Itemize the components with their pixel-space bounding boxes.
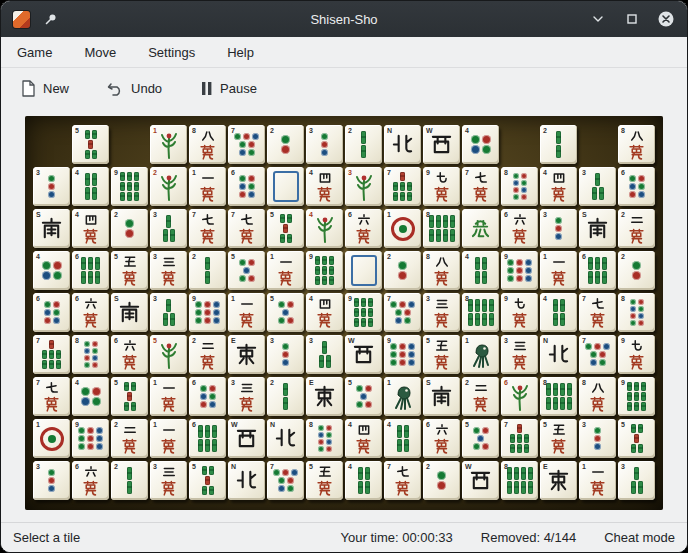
tile-wS-r2c0[interactable]: S xyxy=(33,209,70,248)
tile-m6-r7c10[interactable]: 6 xyxy=(423,419,460,458)
tile-b8-r4c11[interactable]: 8 xyxy=(462,293,499,332)
tile-f4-r2c7[interactable]: 4 xyxy=(306,209,343,248)
tile-c7-r8c6[interactable]: 7 xyxy=(267,461,304,500)
tile-b6-r3c14[interactable]: 6 xyxy=(579,251,616,290)
tile-c9-r3c12[interactable]: 9 xyxy=(501,251,538,290)
tile-c6-r1c5[interactable]: 6 xyxy=(228,167,265,206)
tile-m7-r1c11[interactable]: 7 xyxy=(462,167,499,206)
tile-m1-r3c13[interactable]: 1 xyxy=(540,251,577,290)
tile-b3-r2c3[interactable]: 3 xyxy=(150,209,187,248)
tile-m7-r2c4[interactable]: 7 xyxy=(189,209,226,248)
tile-b7-r7c12[interactable]: 7 xyxy=(501,419,538,458)
tile-m2-r7c2[interactable]: 2 xyxy=(111,419,148,458)
tile-m2-r2c15[interactable]: 2 xyxy=(618,209,655,248)
tile-c7-r0c5[interactable]: 7 xyxy=(228,125,265,164)
tile-c2-r8c10[interactable]: 2 xyxy=(423,461,460,500)
tile-c5-r7c11[interactable]: 5 xyxy=(462,419,499,458)
tile-b4-r1c1[interactable]: 4 xyxy=(72,167,109,206)
tile-m1-r3c6[interactable]: 1 xyxy=(267,251,304,290)
tile-m3-r6c5[interactable]: 3 xyxy=(228,377,265,416)
tile-wS-r2c14[interactable]: S xyxy=(579,209,616,248)
maximize-icon[interactable] xyxy=(623,10,641,28)
tile-m6-r5c2[interactable]: 6 xyxy=(111,335,148,374)
tile-b6-r3c1[interactable]: 6 xyxy=(72,251,109,290)
tile-m4-r7c8[interactable]: 4 xyxy=(345,419,382,458)
menu-item-help[interactable]: Help xyxy=(225,41,256,64)
tile-m5-r8c7[interactable]: 5 xyxy=(306,461,343,500)
tile-c1-r2c9[interactable]: 1 xyxy=(384,209,421,248)
tile-m6-r2c12[interactable]: 6 xyxy=(501,209,538,248)
tile-m6-r4c1[interactable]: 6 xyxy=(72,293,109,332)
tile-m3-r3c3[interactable]: 3 xyxy=(150,251,187,290)
undo-button[interactable]: Undo xyxy=(101,77,168,100)
tile-c3-r2c13[interactable]: 3 xyxy=(540,209,577,248)
tile-b4-r7c9[interactable]: 4 xyxy=(384,419,421,458)
tile-c5-r3c5[interactable]: 5 xyxy=(228,251,265,290)
tile-wN-r5c13[interactable]: N xyxy=(540,335,577,374)
tile-m1-r8c14[interactable]: 1 xyxy=(579,461,616,500)
tile-m7-r6c0[interactable]: 7 xyxy=(33,377,70,416)
tile-wE-r8c13[interactable]: E xyxy=(540,461,577,500)
tile-wE-r6c7[interactable]: E xyxy=(306,377,343,416)
tile-c4-r3c0[interactable]: 4 xyxy=(33,251,70,290)
tile-m7-r8c9[interactable]: 7 xyxy=(384,461,421,500)
tile-m3-r5c12[interactable]: 3 xyxy=(501,335,538,374)
tile-c6-r6c4[interactable]: 6 xyxy=(189,377,226,416)
menu-item-settings[interactable]: Settings xyxy=(146,41,197,64)
tile-b2-r3c4[interactable]: 2 xyxy=(189,251,226,290)
tile-b3-r5c7[interactable]: 3 xyxy=(306,335,343,374)
tile-m1-r6c3[interactable]: 1 xyxy=(150,377,187,416)
tile-b1-r6c9[interactable]: 1 xyxy=(384,377,421,416)
tile-m4-r1c13[interactable]: 4 xyxy=(540,167,577,206)
tile-c3-r8c0[interactable]: 3 xyxy=(33,461,70,500)
tile-f6-r6c12[interactable]: 6 xyxy=(501,377,538,416)
tile-dG-r2c11[interactable] xyxy=(462,209,499,248)
tile-wW-r8c11[interactable]: W xyxy=(462,461,499,500)
tile-wW-r5c8[interactable]: W xyxy=(345,335,382,374)
menu-item-game[interactable]: Game xyxy=(15,41,54,64)
tile-b4-r3c11[interactable]: 4 xyxy=(462,251,499,290)
tile-b8-r2c10[interactable]: 8 xyxy=(423,209,460,248)
tile-m6-r8c1[interactable]: 6 xyxy=(72,461,109,500)
tile-c6-r1c15[interactable]: 6 xyxy=(618,167,655,206)
tile-c8-r4c15[interactable]: 8 xyxy=(618,293,655,332)
tile-dW-r1c6[interactable] xyxy=(267,167,304,206)
tile-m5-r5c10[interactable]: 5 xyxy=(423,335,460,374)
tile-c7-r4c9[interactable]: 7 xyxy=(384,293,421,332)
tile-b5-r2c6[interactable]: 5 xyxy=(267,209,304,248)
tile-m2-r6c11[interactable]: 2 xyxy=(462,377,499,416)
tile-wS-r4c2[interactable]: S xyxy=(111,293,148,332)
tile-b9-r4c8[interactable]: 9 xyxy=(345,293,382,332)
tile-b3-r8c15[interactable]: 3 xyxy=(618,461,655,500)
tile-b5-r8c4[interactable]: 5 xyxy=(189,461,226,500)
tile-c1-r7c0[interactable]: 1 xyxy=(33,419,70,458)
pin-icon[interactable] xyxy=(42,10,60,28)
tile-wE-r5c5[interactable]: E xyxy=(228,335,265,374)
tile-c3-r7c14[interactable]: 3 xyxy=(579,419,616,458)
tile-b8-r6c13[interactable]: 8 xyxy=(540,377,577,416)
tile-m9-r5c15[interactable]: 9 xyxy=(618,335,655,374)
tile-m9-r1c10[interactable]: 9 xyxy=(423,167,460,206)
tile-m5-r3c2[interactable]: 5 xyxy=(111,251,148,290)
tile-b9-r3c7[interactable]: 9 xyxy=(306,251,343,290)
tile-m1-r7c3[interactable]: 1 xyxy=(150,419,187,458)
tile-f3-r1c8[interactable]: 3 xyxy=(345,167,382,206)
tile-b1-r5c11[interactable]: 1 xyxy=(462,335,499,374)
minimize-icon[interactable] xyxy=(589,10,607,28)
tile-b6-r7c4[interactable]: 6 xyxy=(189,419,226,458)
tile-c8-r1c12[interactable]: 8 xyxy=(501,167,538,206)
tile-m8-r3c10[interactable]: 8 xyxy=(423,251,460,290)
tile-b2-r0c8[interactable]: 2 xyxy=(345,125,382,164)
tile-c5-r4c6[interactable]: 5 xyxy=(267,293,304,332)
tile-b7-r1c9[interactable]: 7 xyxy=(384,167,421,206)
tile-c6-r4c0[interactable]: 6 xyxy=(33,293,70,332)
tile-b5-r6c2[interactable]: 5 xyxy=(111,377,148,416)
tile-wN-r7c6[interactable]: N xyxy=(267,419,304,458)
tile-m1-r1c4[interactable]: 1 xyxy=(189,167,226,206)
tile-b3-r1c14[interactable]: 3 xyxy=(579,167,616,206)
tile-b8-r8c12[interactable]: 8 xyxy=(501,461,538,500)
tile-m3-r4c10[interactable]: 3 xyxy=(423,293,460,332)
tile-c2-r3c9[interactable]: 2 xyxy=(384,251,421,290)
tile-c7-r5c14[interactable]: 7 xyxy=(579,335,616,374)
tile-m6-r2c8[interactable]: 6 xyxy=(345,209,382,248)
